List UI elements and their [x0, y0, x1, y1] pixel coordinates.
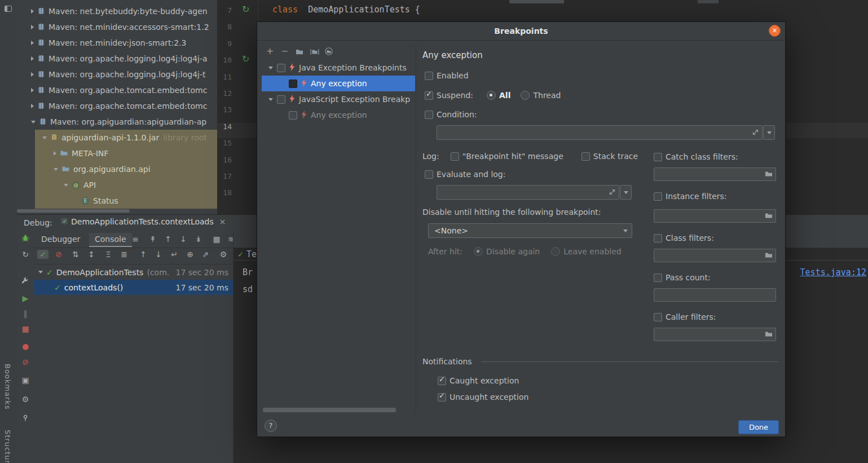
pass-count-label[interactable]: Pass count:	[666, 273, 711, 282]
stop-icon[interactable]: ■	[20, 324, 31, 333]
chevron-right-icon[interactable]	[31, 88, 34, 92]
hide-ignored-icon[interactable]: ⊘	[53, 250, 64, 259]
breakpoint-group-js-exceptions[interactable]: JavaScript Exception Breakp	[262, 91, 415, 107]
show-passed-icon[interactable]: ✓	[37, 250, 49, 259]
suspend-thread-label[interactable]: Thread	[533, 91, 561, 100]
tree-row-maven-dependency[interactable]: Maven: net.minidev:json-smart:2.3	[17, 35, 217, 51]
export-icon[interactable]: ⇗	[200, 250, 211, 259]
group-checkbox[interactable]	[277, 95, 285, 104]
suspend-all-radio[interactable]	[487, 91, 496, 100]
browse-folder-icon[interactable]	[765, 251, 773, 260]
chevron-right-icon[interactable]	[31, 104, 34, 108]
help-button[interactable]: ?	[265, 420, 277, 432]
dialog-titlebar[interactable]: Breakpoints	[257, 22, 785, 41]
chevron-down-icon[interactable]	[64, 184, 68, 187]
group-label[interactable]: Java Exception Breakpoints	[299, 63, 407, 72]
up-arrow-icon[interactable]: ↑	[162, 235, 174, 244]
debug-session-tab[interactable]: DemoApplicationTests.contextLoads ×	[61, 217, 226, 226]
stack-trace-label[interactable]: Stack trace	[593, 152, 638, 161]
sort-by-duration-icon[interactable]: ↕	[86, 250, 97, 259]
browse-folder-icon[interactable]	[765, 211, 773, 221]
close-tab-icon[interactable]: ×	[219, 217, 226, 226]
chevron-down-icon[interactable]	[31, 121, 36, 124]
caught-exception-label[interactable]: Caught exception	[450, 376, 519, 385]
disable-again-radio[interactable]	[474, 247, 483, 256]
group-label[interactable]: JavaScript Exception Breakp	[299, 95, 410, 104]
sort-alphabetically-icon[interactable]: ⇅	[70, 250, 81, 259]
condition-history-dropdown[interactable]	[763, 125, 775, 140]
instance-filters-label[interactable]: Instance filters:	[666, 192, 727, 201]
console-file-link[interactable]: Tests.java:12	[800, 267, 866, 277]
suspend-thread-radio[interactable]	[521, 91, 530, 100]
stripe-button-structure[interactable]: Structure	[3, 430, 12, 463]
browse-folder-icon[interactable]	[765, 170, 773, 179]
catch-class-filters-checkbox[interactable]	[654, 153, 662, 161]
chevron-right-icon[interactable]	[31, 72, 34, 77]
chevron-right-icon[interactable]	[31, 9, 34, 14]
pass-count-checkbox[interactable]	[654, 274, 662, 282]
tree-row-maven-dependency[interactable]: Maven: org.apache.logging.log4j:log4j-a	[17, 51, 217, 67]
done-button[interactable]: Done	[738, 420, 779, 434]
chevron-down-icon[interactable]	[268, 67, 273, 69]
code-line[interactable]: class DemoApplicationTests {	[272, 5, 420, 15]
horizontal-scrollbar[interactable]	[263, 408, 396, 412]
enabled-checkbox[interactable]	[425, 72, 433, 80]
catch-class-filters-label[interactable]: Catch class filters:	[666, 152, 738, 161]
breakpoint-item-any-exception-js[interactable]: Any exception	[262, 107, 415, 123]
wrench-icon[interactable]	[21, 277, 29, 286]
tree-row-maven-dependency[interactable]: Maven: org.apache.logging.log4j:log4j-t	[17, 67, 217, 82]
chevron-down-icon[interactable]	[38, 271, 43, 274]
previous-failed-icon[interactable]: ↑	[138, 250, 149, 259]
down-arrow-icon[interactable]: ↓	[178, 235, 189, 244]
chevron-right-icon[interactable]	[31, 41, 34, 45]
remove-breakpoint-button[interactable]: −	[281, 46, 288, 56]
tree-row-annotation-class[interactable]: @ API	[17, 177, 217, 193]
evaluate-history-dropdown[interactable]	[620, 185, 632, 200]
add-breakpoint-button[interactable]: +	[266, 46, 274, 56]
menu-icon[interactable]: ≡	[130, 235, 141, 244]
evaluate-and-log-label[interactable]: Evaluate and log:	[437, 170, 505, 179]
condition-label[interactable]: Condition:	[437, 110, 477, 119]
breakpoint-group-java-exceptions[interactable]: Java Exception Breakpoints	[262, 60, 415, 76]
tree-row-maven-dependency[interactable]: Maven: net.minidev:accessors-smart:1.2	[17, 19, 217, 35]
expand-all-icon[interactable]: Ξ	[103, 250, 114, 259]
tab-debugger[interactable]: Debugger	[41, 235, 80, 244]
disable-again-label[interactable]: Disable again	[486, 247, 540, 256]
camera-icon[interactable]: ▣	[20, 376, 31, 385]
breakpoint-label[interactable]: Any exception	[311, 111, 367, 120]
group-checkbox[interactable]	[277, 64, 285, 72]
tree-row-maven-dependency-expanded[interactable]: Maven: org.apiguardian:apiguardian-ap	[17, 114, 217, 130]
collapse-all-icon[interactable]: ≣	[118, 250, 130, 259]
group-by-package-icon[interactable]	[325, 47, 333, 57]
group-by-folder-icon[interactable]	[296, 48, 303, 57]
suspend-checkbox[interactable]	[425, 91, 433, 100]
horizontal-scrollbar[interactable]	[17, 209, 130, 213]
breakpoint-item-any-exception-selected[interactable]: Any exception	[262, 76, 415, 91]
breakpoint-hit-message-checkbox[interactable]	[451, 152, 459, 161]
chevron-right-icon[interactable]	[54, 151, 56, 156]
caller-filters-input[interactable]	[654, 328, 776, 341]
tree-row-package[interactable]: org.apiguardian.api	[17, 161, 217, 177]
tree-row-enum-class[interactable]: E Status	[17, 193, 217, 209]
uncaught-exception-checkbox[interactable]	[438, 393, 446, 402]
pass-count-input[interactable]	[654, 288, 776, 302]
debug-bug-icon[interactable]	[21, 234, 29, 244]
class-filters-checkbox[interactable]	[654, 234, 662, 242]
resume-icon[interactable]: ▶	[20, 294, 31, 303]
grid-icon[interactable]: ▦	[211, 235, 222, 244]
scroll-to-bottom-icon[interactable]: ↡	[193, 235, 204, 244]
pause-icon[interactable]: ∥	[20, 309, 31, 318]
test-tree-row-suite[interactable]: ✓ DemoApplicationTests (com. 17 sec 20 m…	[34, 264, 233, 280]
enabled-label[interactable]: Enabled	[437, 71, 469, 80]
chevron-down-icon[interactable]	[54, 168, 58, 171]
leave-enabled-radio[interactable]	[551, 247, 560, 256]
catch-class-filters-input[interactable]	[654, 167, 776, 181]
next-failed-icon[interactable]: ↓	[153, 250, 164, 259]
navigate-source-icon[interactable]: ↵	[169, 250, 180, 259]
chevron-right-icon[interactable]	[31, 56, 34, 61]
disable-until-combobox[interactable]: <None>	[428, 223, 632, 238]
settings-gear-icon[interactable]: ⚙	[20, 395, 31, 404]
tree-row-jar-library-root[interactable]: apiguardian-api-1.1.0.jar library root	[17, 130, 217, 145]
evaluate-and-log-checkbox[interactable]	[425, 170, 433, 179]
mute-breakpoints-icon[interactable]: ⊘	[20, 358, 31, 367]
